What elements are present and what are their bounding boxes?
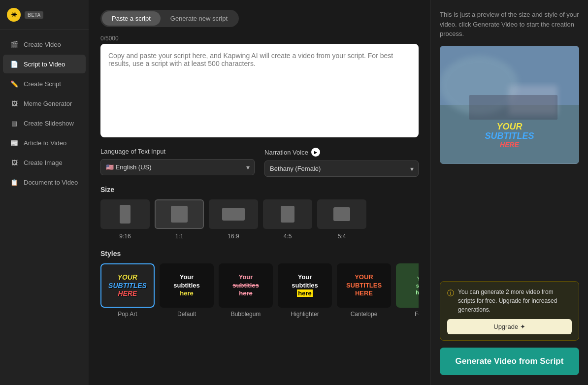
size-label-5-4: 5:4 xyxy=(338,233,346,240)
tab-bar: Paste a script Generate new script xyxy=(100,10,239,27)
tab-paste-script[interactable]: Paste a script xyxy=(102,11,161,26)
language-label: Language of Text Input xyxy=(100,148,255,155)
char-count: 0/5000 xyxy=(100,35,419,42)
script-input[interactable] xyxy=(100,44,419,137)
sidebar-item-label: Meme Generator xyxy=(24,100,72,107)
info-icon: ⓘ xyxy=(447,288,454,298)
article-icon: 📰 xyxy=(10,138,19,147)
style-preview-cantelope: YOUR SUBTITLES HERE xyxy=(337,263,391,308)
style-label-forest: Forest xyxy=(415,311,419,318)
sidebar-nav: 🎬 Create Video 📄 Script to Video ✏️ Crea… xyxy=(0,30,89,196)
script-video-icon: 📄 xyxy=(10,60,19,68)
svg-rect-4 xyxy=(469,95,557,120)
sidebar-item-create-image[interactable]: 🖼 Create Image xyxy=(3,153,86,172)
sidebar-item-document-to-video[interactable]: 📋 Document to Video xyxy=(3,173,86,192)
language-select-wrapper: 🇺🇸 English (US) 🇬🇧 English (UK) 🇪🇸 Spani… xyxy=(100,159,255,175)
style-preview-bubblegum: Your subtitles here xyxy=(219,263,273,308)
sidebar-item-label: Article to Video xyxy=(24,139,66,147)
style-option-forest[interactable]: Your sub... here> Forest xyxy=(396,263,419,318)
voice-select[interactable]: Bethany (Female) James (Male) Sofia (Fem… xyxy=(264,160,419,177)
style-preview-highlighter: Your subtitles here xyxy=(278,263,332,308)
play-icon[interactable]: ▶ xyxy=(311,148,320,157)
voice-setting: Narration Voice ▶ Bethany (Female) James… xyxy=(264,148,419,177)
style-option-pop-art[interactable]: YOUR SUBTITLES HERE Pop Art xyxy=(100,263,155,318)
style-preview-default: Your subtitles here xyxy=(160,263,214,308)
sidebar-logo: ☀ BETA xyxy=(0,0,89,30)
upgrade-button[interactable]: Upgrade ✦ xyxy=(447,319,572,334)
size-option-9-16[interactable]: 9:16 xyxy=(100,199,150,240)
create-script-icon: ✏️ xyxy=(10,79,19,88)
size-box-4-5 xyxy=(263,199,312,229)
generate-video-button[interactable]: Generate Video from Script xyxy=(440,348,579,375)
size-options: 9:16 1:1 16:9 4:5 5:4 xyxy=(100,199,419,240)
size-box-9-16 xyxy=(100,199,150,229)
tab-generate-new-script[interactable]: Generate new script xyxy=(161,11,237,26)
size-label: Size xyxy=(100,186,419,193)
size-box-1-1 xyxy=(155,199,204,229)
logo-icon: ☀ xyxy=(7,8,21,22)
size-box-5-4 xyxy=(317,199,366,229)
voice-label: Narration Voice ▶ xyxy=(264,148,419,157)
style-label-bubblegum: Bubblegum xyxy=(231,311,261,318)
size-inner-16-9 xyxy=(222,208,245,221)
sidebar-item-label: Document to Video xyxy=(24,179,78,186)
styles-grid: YOUR SUBTITLES HERE Pop Art Your subtitl… xyxy=(100,263,419,318)
settings-row: Language of Text Input 🇺🇸 English (US) 🇬… xyxy=(100,148,419,177)
size-option-1-1[interactable]: 1:1 xyxy=(155,199,204,240)
size-inner-9-16 xyxy=(120,205,131,224)
sidebar-item-label: Create Video xyxy=(24,41,61,48)
language-setting: Language of Text Input 🇺🇸 English (US) 🇬… xyxy=(100,148,255,177)
style-preview-pop-art: YOUR SUBTITLES HERE xyxy=(100,263,155,308)
upgrade-notice-text: ⓘ You can generate 2 more video from scr… xyxy=(447,288,572,314)
subtitle-line1: YOUR xyxy=(485,122,534,132)
size-option-4-5[interactable]: 4:5 xyxy=(263,199,312,240)
preview-description: This is just a preview of the size and s… xyxy=(440,10,579,39)
language-select[interactable]: 🇺🇸 English (US) 🇬🇧 English (UK) 🇪🇸 Spani… xyxy=(100,159,255,175)
sidebar-item-meme-generator[interactable]: 🖼 Meme Generator xyxy=(3,94,86,113)
style-option-default[interactable]: Your subtitles here Default xyxy=(160,263,214,318)
voice-select-wrapper: Bethany (Female) James (Male) Sofia (Fem… xyxy=(264,160,419,177)
right-panel: This is just a preview of the size and s… xyxy=(430,0,588,385)
upgrade-notice: ⓘ You can generate 2 more video from scr… xyxy=(440,281,579,341)
size-option-5-4[interactable]: 5:4 xyxy=(317,199,366,240)
size-inner-1-1 xyxy=(171,206,188,223)
sidebar-item-label: Create Image xyxy=(24,159,63,166)
sidebar-item-create-script[interactable]: ✏️ Create Script xyxy=(3,74,86,93)
style-label-pop-art: Pop Art xyxy=(118,311,137,318)
size-label-16-9: 16:9 xyxy=(228,233,239,240)
sidebar-item-create-slideshow[interactable]: ▤ Create Slideshow xyxy=(3,114,86,132)
image-icon: 🖼 xyxy=(10,158,19,167)
create-video-icon: 🎬 xyxy=(10,40,19,49)
subtitle-line3: HERE xyxy=(485,141,534,149)
upgrade-notice-message: You can generate 2 more video from scrip… xyxy=(458,288,572,314)
sidebar-item-label: Script to Video xyxy=(24,61,65,68)
spacer xyxy=(440,171,579,275)
style-option-cantelope[interactable]: YOUR SUBTITLES HERE Cantelope xyxy=(337,263,391,318)
size-label-9-16: 9:16 xyxy=(119,233,131,240)
style-label-default: Default xyxy=(177,311,196,318)
size-label-4-5: 4:5 xyxy=(284,233,292,240)
sidebar-item-article-to-video[interactable]: 📰 Article to Video xyxy=(3,133,86,152)
video-preview: YOUR SUBTITLES HERE xyxy=(440,46,579,164)
sidebar-item-label: Create Slideshow xyxy=(24,120,74,127)
beta-badge: BETA xyxy=(25,11,43,19)
sidebar-item-label: Create Script xyxy=(24,80,61,88)
size-box-16-9 xyxy=(209,199,258,229)
sidebar: ☀ BETA 🎬 Create Video 📄 Script to Video … xyxy=(0,0,89,385)
size-inner-4-5 xyxy=(281,206,294,223)
style-label-highlighter: Highlighter xyxy=(291,311,319,318)
preview-subtitle: YOUR SUBTITLES HERE xyxy=(485,122,534,149)
sidebar-item-create-video[interactable]: 🎬 Create Video xyxy=(3,35,86,54)
style-option-highlighter[interactable]: Your subtitles here Highlighter xyxy=(278,263,332,318)
size-option-16-9[interactable]: 16:9 xyxy=(209,199,258,240)
style-preview-forest: Your sub... here> xyxy=(396,263,419,308)
meme-icon: 🖼 xyxy=(10,99,19,108)
size-inner-5-4 xyxy=(333,207,350,221)
main-content: Paste a script Generate new script 0/500… xyxy=(89,0,430,385)
style-option-bubblegum[interactable]: Your subtitles here Bubblegum xyxy=(219,263,273,318)
subtitle-line2: SUBTITLES xyxy=(485,131,534,141)
sidebar-item-script-to-video[interactable]: 📄 Script to Video xyxy=(3,55,86,73)
styles-label: Styles xyxy=(100,250,419,257)
size-label-1-1: 1:1 xyxy=(175,233,184,240)
slideshow-icon: ▤ xyxy=(10,119,19,128)
